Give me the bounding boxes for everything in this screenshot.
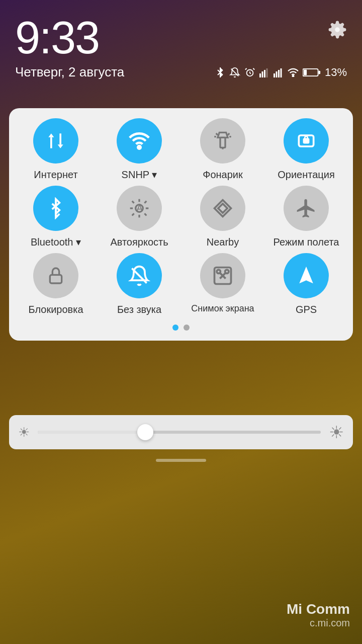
svg-text:A: A: [137, 203, 143, 213]
qs-circle-silent: [117, 253, 162, 298]
status-bar: 9:33 Четверг, 2 августа: [0, 0, 362, 111]
qs-circle-screenshot: [200, 253, 245, 298]
qs-circle-autobrightness: A: [117, 186, 162, 231]
svg-rect-11: [280, 68, 282, 77]
svg-line-22: [228, 133, 229, 135]
qs-item-nearby[interactable]: Nearby: [181, 186, 264, 248]
qs-item-wifi[interactable]: SNHP ▾: [98, 118, 181, 181]
wifi-status-icon: [288, 68, 299, 77]
qs-label-flashlight: Фонарик: [203, 169, 243, 181]
svg-line-32: [144, 213, 146, 215]
date-display: Четверг, 2 августа: [15, 64, 124, 80]
battery-status-icon: [303, 68, 321, 77]
svg-point-44: [225, 270, 229, 273]
signal2-status-icon: [274, 67, 284, 77]
settings-gear-container[interactable]: [328, 20, 347, 44]
silent-icon: [128, 265, 150, 287]
page-dot-0: [172, 325, 178, 331]
qs-item-screenshot[interactable]: Снимок экрана: [181, 253, 264, 315]
qs-circle-orientation: [284, 118, 329, 164]
page-indicator: [14, 325, 348, 331]
svg-rect-38: [50, 275, 61, 283]
svg-rect-6: [264, 70, 265, 77]
drag-handle: [156, 459, 206, 462]
quick-settings-panel: Интернет SNHP ▾: [9, 108, 353, 341]
svg-line-36: [144, 201, 146, 203]
nearby-icon: [212, 197, 234, 219]
qs-circle-bluetooth: [33, 186, 78, 231]
qs-label-airplane: Режим полета: [274, 236, 339, 248]
svg-rect-19: [220, 137, 225, 147]
svg-rect-5: [261, 71, 263, 77]
brightness-min-icon: ☀: [18, 425, 30, 440]
lock-icon: [46, 265, 66, 287]
brightness-thumb[interactable]: [137, 424, 153, 440]
svg-rect-8: [274, 73, 275, 77]
qs-label-wifi: SNHP ▾: [122, 169, 157, 181]
qs-label-internet: Интернет: [34, 169, 77, 181]
watermark: Mi Comm c.mi.com: [287, 601, 350, 629]
qs-label-nearby: Nearby: [207, 236, 239, 248]
qs-circle-nearby: [200, 186, 245, 231]
qs-circle-lock: [33, 253, 78, 298]
qs-circle-internet: [33, 118, 78, 164]
svg-line-3: [253, 68, 254, 69]
battery-percentage: 13%: [325, 66, 347, 79]
qs-item-autobrightness[interactable]: A Автояркость: [98, 186, 181, 248]
svg-rect-10: [278, 70, 280, 77]
qs-item-orientation[interactable]: Ориентация: [264, 118, 348, 181]
qs-item-bluetooth[interactable]: Bluetooth ▾: [14, 186, 98, 248]
qs-circle-wifi: [117, 118, 162, 164]
svg-line-21: [216, 133, 218, 135]
gear-icon[interactable]: [328, 20, 347, 39]
svg-point-43: [217, 270, 220, 273]
arrows-icon: [45, 130, 67, 152]
alarm-status-icon: [244, 67, 255, 78]
qs-label-screenshot: Снимок экрана: [191, 303, 254, 314]
autobrightness-icon: A: [128, 197, 150, 219]
orientation-icon: [295, 130, 317, 152]
svg-line-2: [245, 68, 247, 69]
svg-line-35: [132, 213, 134, 215]
mute-status-icon: [229, 67, 240, 78]
bluetooth-icon: [46, 197, 66, 219]
brightness-track[interactable]: [38, 431, 321, 434]
page-dot-1: [184, 325, 190, 331]
watermark-title: Mi Comm: [287, 601, 350, 617]
qs-label-orientation: Ориентация: [278, 169, 335, 181]
wifi-icon: [128, 130, 150, 152]
quick-settings-grid: Интернет SNHP ▾: [14, 118, 348, 315]
qs-label-silent: Без звука: [117, 303, 161, 315]
brightness-slider-container[interactable]: ☀ ☀: [9, 415, 353, 449]
brightness-max-icon: ☀: [329, 422, 344, 442]
svg-rect-27: [304, 139, 308, 142]
flashlight-icon: [213, 131, 233, 151]
qs-label-bluetooth: Bluetooth ▾: [31, 236, 81, 248]
signal1-status-icon: [259, 67, 269, 77]
clock-display: 9:33: [15, 15, 99, 60]
airplane-icon: [295, 197, 317, 219]
svg-point-12: [293, 75, 294, 76]
qs-item-silent[interactable]: Без звука: [98, 253, 181, 315]
qs-item-airplane[interactable]: Режим полета: [264, 186, 348, 248]
svg-rect-9: [276, 71, 277, 77]
qs-circle-flashlight: [200, 118, 245, 164]
qs-circle-gps: [284, 253, 329, 298]
watermark-url: c.mi.com: [287, 617, 350, 629]
svg-rect-7: [266, 68, 267, 77]
svg-rect-15: [318, 70, 320, 74]
brightness-fill: [38, 431, 145, 434]
status-icons: 13%: [215, 66, 347, 79]
qs-label-autobrightness: Автояркость: [110, 236, 168, 248]
qs-label-lock: Блокировка: [28, 303, 83, 315]
qs-item-flashlight[interactable]: Фонарик: [181, 118, 264, 181]
svg-rect-14: [304, 69, 307, 75]
qs-item-gps[interactable]: GPS: [264, 253, 348, 315]
svg-line-31: [132, 201, 134, 203]
svg-point-18: [138, 146, 141, 149]
qs-label-gps: GPS: [296, 303, 317, 315]
gps-icon: [295, 265, 317, 287]
qs-item-internet[interactable]: Интернет: [14, 118, 98, 181]
qs-item-lock[interactable]: Блокировка: [14, 253, 98, 315]
qs-circle-airplane: [284, 186, 329, 231]
